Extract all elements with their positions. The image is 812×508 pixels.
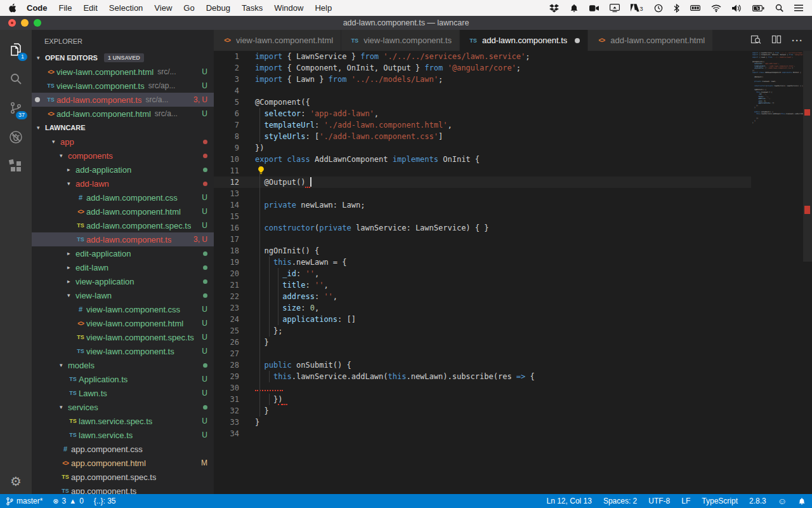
- indentation[interactable]: Spaces: 2: [603, 497, 637, 505]
- tree-file-Application.ts[interactable]: TSApplication.tsU: [32, 372, 214, 386]
- tree-file-add-lawn.component.ts[interactable]: TSadd-lawn.component.ts3, U: [32, 232, 214, 246]
- problems-status[interactable]: ⊗3▲0: [53, 497, 83, 505]
- code-line-13[interactable]: 13: [214, 188, 751, 199]
- code-line-29[interactable]: 29 this.lawnService.addLawn(this.newLawn…: [214, 371, 751, 382]
- code-line-22[interactable]: 22 address: '',: [214, 291, 751, 302]
- tree-folder-view-lawn[interactable]: ▾view-lawn: [32, 288, 214, 302]
- code-line-16[interactable]: 16 constructor(private lawnService: Lawn…: [214, 222, 751, 234]
- code-line-15[interactable]: 15: [214, 211, 751, 222]
- activitybar-debug[interactable]: [0, 123, 32, 152]
- menu-window[interactable]: Window: [268, 3, 309, 13]
- git-branch-status[interactable]: master*: [6, 497, 43, 505]
- more-actions-icon[interactable]: ···: [792, 35, 803, 46]
- code-line-19[interactable]: 19 this.newLawn = {: [214, 257, 751, 268]
- settings-gear-icon[interactable]: ⚙: [10, 474, 22, 489]
- keyboard-battery-icon[interactable]: [690, 4, 700, 13]
- activitybar-extensions[interactable]: [0, 152, 32, 181]
- code-line-2[interactable]: 2import { Component, OnInit, Output } fr…: [214, 62, 751, 74]
- code-line-9[interactable]: 9}): [214, 142, 751, 154]
- code-line-10[interactable]: 10export class AddLawnComponent implemen…: [214, 154, 751, 165]
- code-line-27[interactable]: 27: [214, 348, 751, 359]
- code-line-25[interactable]: 25 };: [214, 325, 751, 337]
- battery-charging-icon[interactable]: [752, 4, 764, 13]
- tree-folder-add-application[interactable]: ▸add-application: [32, 163, 214, 177]
- tree-file-lawn.service.ts[interactable]: TSlawn.service.tsU: [32, 428, 214, 442]
- code-line-7[interactable]: 7 templateUrl: './add-lawn.component.htm…: [214, 119, 751, 131]
- tree-folder-services[interactable]: ▾services: [32, 400, 214, 414]
- tree-folder-add-lawn[interactable]: ▾add-lawn: [32, 177, 214, 190]
- code-line-14[interactable]: 14 private newLawn: Lawn;: [214, 199, 751, 211]
- open-editors-header[interactable]: ▾ OPEN EDITORS 1 UNSAVED: [32, 51, 214, 65]
- notifications-bell-icon[interactable]: [798, 497, 806, 505]
- tree-file-app.component.spec.ts[interactable]: TSapp.component.spec.ts: [32, 470, 214, 484]
- wifi-icon[interactable]: [711, 4, 721, 13]
- code-line-4[interactable]: 4: [214, 85, 751, 97]
- close-button[interactable]: [8, 19, 16, 27]
- code-line-30[interactable]: 30: [214, 382, 751, 394]
- open-preview-icon[interactable]: [750, 34, 761, 47]
- menu-file[interactable]: File: [53, 3, 78, 13]
- tree-file-view-lawn.component.html[interactable]: <>view-lawn.component.htmlU: [32, 316, 214, 330]
- tree-folder-view-application[interactable]: ▸view-application: [32, 274, 214, 288]
- bracket-count-status[interactable]: {..}: 35: [94, 497, 116, 505]
- open-editor-item[interactable]: TSview-lawn.component.tssrc/ap...U: [32, 79, 214, 93]
- bluetooth-icon[interactable]: [674, 4, 679, 13]
- code-line-24[interactable]: 24 applications: []: [214, 314, 751, 325]
- apple-menu-icon[interactable]: [9, 3, 17, 13]
- code-line-31[interactable]: 31 }): [214, 394, 751, 405]
- code-line-33[interactable]: 33}: [214, 417, 751, 428]
- tree-file-view-lawn.component.css[interactable]: #view-lawn.component.cssU: [32, 302, 214, 316]
- tab-view-lawn.component.ts[interactable]: TSview-lawn.component.ts: [341, 30, 460, 51]
- code-area[interactable]: 1import { LawnService } from './../../se…: [214, 51, 751, 439]
- code-line-23[interactable]: 23 size: 0,: [214, 302, 751, 314]
- code-line-1[interactable]: 1import { LawnService } from './../../se…: [214, 51, 751, 62]
- code-line-8[interactable]: 8 styleUrls: ['./add-lawn.component.css'…: [214, 131, 751, 142]
- airplay-display-icon[interactable]: [610, 4, 620, 13]
- tab-dirty-indicator[interactable]: [575, 38, 580, 43]
- tab-add-lawn.component.ts[interactable]: TSadd-lawn.component.ts: [460, 30, 588, 51]
- volume-icon[interactable]: [732, 4, 742, 13]
- menu-debug[interactable]: Debug: [200, 3, 236, 13]
- spotlight-search-icon[interactable]: [775, 4, 783, 13]
- tree-folder-app[interactable]: ▾app: [32, 135, 214, 149]
- menu-code[interactable]: Code: [21, 3, 53, 13]
- code-line-34[interactable]: 34: [214, 428, 751, 439]
- menu-help[interactable]: Help: [309, 3, 337, 13]
- code-line-12[interactable]: 12 @Output(): [214, 177, 751, 188]
- minimize-button[interactable]: [21, 19, 29, 27]
- code-line-3[interactable]: 3import { Lawn } from '../../models/Lawn…: [214, 74, 751, 85]
- open-editor-item[interactable]: TSadd-lawn.component.tssrc/a...3, U: [32, 93, 214, 107]
- open-editor-item[interactable]: <>add-lawn.component.htmlsrc/a...U: [32, 107, 214, 121]
- code-line-6[interactable]: 6 selector: 'app-add-lawn',: [214, 108, 751, 119]
- scrollbar-slider[interactable]: [803, 51, 812, 262]
- cursor-position[interactable]: Ln 12, Col 13: [547, 497, 592, 505]
- screen-recording-icon[interactable]: [589, 4, 599, 13]
- language-mode[interactable]: TypeScript: [702, 497, 738, 505]
- editor[interactable]: 1import { LawnService } from './../../se…: [214, 51, 812, 494]
- tree-file-app.component.ts[interactable]: TSapp.component.ts: [32, 484, 214, 494]
- code-line-11[interactable]: 11: [214, 165, 751, 177]
- notification-center-icon[interactable]: [794, 4, 803, 13]
- code-line-20[interactable]: 20 _id: '',: [214, 268, 751, 279]
- code-line-18[interactable]: 18 ngOnInit() {: [214, 245, 751, 257]
- open-editor-item[interactable]: <>view-lawn.component.htmlsrc/...U: [32, 65, 214, 79]
- activitybar-search[interactable]: [0, 64, 32, 93]
- tab-view-lawn.component.html[interactable]: <>view-lawn.component.html: [214, 30, 341, 51]
- tree-folder-edit-application[interactable]: ▸edit-application: [32, 246, 214, 260]
- menu-tasks[interactable]: Tasks: [236, 3, 268, 13]
- tree-file-app.component.css[interactable]: #app.component.css: [32, 442, 214, 456]
- tab-add-lawn.component.html[interactable]: <>add-lawn.component.html: [588, 30, 713, 51]
- tree-file-add-lawn.component.css[interactable]: #add-lawn.component.cssU: [32, 190, 214, 204]
- encoding[interactable]: UTF-8: [648, 497, 670, 505]
- code-line-28[interactable]: 28 public onSubmit() {: [214, 359, 751, 371]
- tree-file-Lawn.ts[interactable]: TSLawn.tsU: [32, 386, 214, 400]
- code-line-32[interactable]: 32 }: [214, 405, 751, 417]
- minimap[interactable]: import { LawnService } from './../../ser…: [752, 52, 803, 126]
- tree-folder-models[interactable]: ▾models: [32, 358, 214, 372]
- overview-ruler[interactable]: [803, 51, 812, 494]
- menu-edit[interactable]: Edit: [77, 3, 103, 13]
- tree-file-lawn.service.spec.ts[interactable]: TSlawn.service.spec.tsU: [32, 414, 214, 428]
- feedback-smiley-icon[interactable]: ☺: [778, 496, 787, 506]
- code-line-5[interactable]: 5@Component({: [214, 97, 751, 108]
- zoom-button[interactable]: [34, 19, 41, 27]
